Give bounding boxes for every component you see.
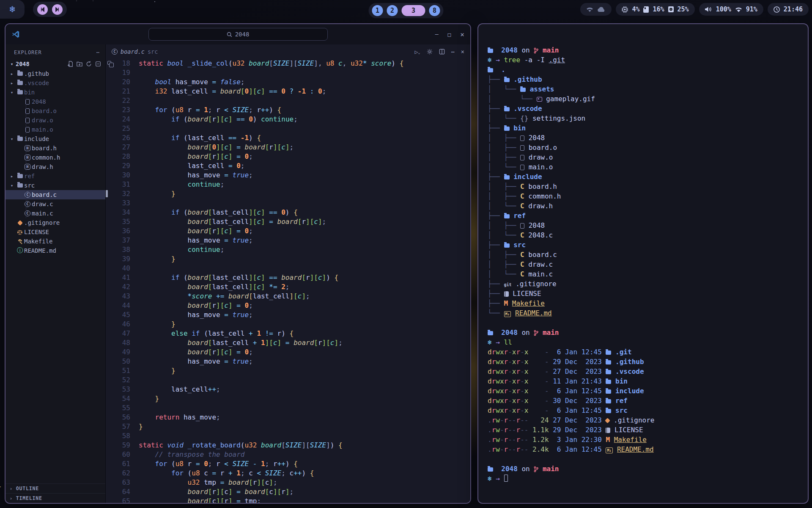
vscode-titlebar[interactable]: ← → 2048 ─ □ × <box>5 24 470 44</box>
code-line-33[interactable]: 33 <box>106 199 470 208</box>
code-line-63[interactable]: 63 u32 tmp = board[r][c]; <box>106 478 470 487</box>
code-line-55[interactable]: 55 <box>106 403 470 413</box>
sidebar-item-board.h[interactable]: Hboard.h <box>5 144 105 153</box>
code-line-23[interactable]: 23 for (u8 r = 1; r < SIZE; r++) { <box>106 105 470 115</box>
refresh-button[interactable] <box>86 61 92 67</box>
workspace-3[interactable]: 3 <box>402 5 425 16</box>
code-line-64[interactable]: 64 board[r][c] = board[c][r]; <box>106 487 470 497</box>
sidebar-item-common.h[interactable]: Hcommon.h <box>5 153 105 162</box>
sidebar-item-LICENSE[interactable]: LICENSE <box>5 227 105 237</box>
code-line-27[interactable]: 27 board[0][c] = board[r][c]; <box>106 143 470 152</box>
sidebar-item-2048[interactable]: 2048 <box>5 97 105 106</box>
code-line-62[interactable]: 62 for (u8 c = r + 1; c < SIZE; c++) { <box>106 469 470 478</box>
code-line-30[interactable]: 30 has_move = true; <box>106 171 470 180</box>
collapse-all-button[interactable] <box>95 61 101 67</box>
code-line-59[interactable]: 59static void _rotate_board(u32 board[SI… <box>106 441 470 450</box>
code-area[interactable]: 18static bool _slide_col(u32 board[SIZE]… <box>106 59 470 503</box>
clock-widget[interactable]: 21:46 <box>768 3 809 16</box>
code-line-34[interactable]: 34 if (board[last_cell][c] == 0) { <box>106 208 470 217</box>
code-line-57[interactable]: 57} <box>106 422 470 431</box>
code-line-61[interactable]: 61 for (u8 r = 0; r < SIZE - 1; r++) { <box>106 459 470 469</box>
code-line-54[interactable]: 54 } <box>106 394 470 403</box>
code-line-47[interactable]: 47 else if (last_cell + 1 != r) { <box>106 329 470 338</box>
code-line-26[interactable]: 26 if (last_cell == -1) { <box>106 133 470 143</box>
code-line-28[interactable]: 28 board[r][c] = 0; <box>106 152 470 161</box>
code-line-43[interactable]: 43 *score += board[last_cell][c]; <box>106 292 470 301</box>
sidebar-item-draw.o[interactable]: draw.o <box>5 116 105 125</box>
code-line-65[interactable]: 65 board[c][r] = tmp; <box>106 497 470 503</box>
sidebar-item-.github[interactable]: ▸.github <box>5 69 105 78</box>
code-line-41[interactable]: 41 if (board[last_cell][c] == board[r][c… <box>106 273 470 282</box>
sidebar-item-draw.h[interactable]: Hdraw.h <box>5 162 105 171</box>
code-line-29[interactable]: 29 last_cell = 0; <box>106 161 470 171</box>
sidebar-item-board.c[interactable]: Cboard.c <box>5 190 105 199</box>
workspace-8[interactable]: 8 <box>429 5 440 16</box>
code-line-45[interactable]: 45 has_move = true; <box>106 310 470 320</box>
run-file-button[interactable]: ▷⌄ <box>414 49 420 55</box>
media-next-button[interactable] <box>52 4 63 15</box>
timeline-panel[interactable]: ›TIMELINE <box>5 493 105 503</box>
sidebar-item-board.o[interactable]: board.o <box>5 106 105 116</box>
code-line-36[interactable]: 36 board[r][c] = 0; <box>106 226 470 236</box>
maximize-button[interactable]: □ <box>448 31 451 38</box>
new-folder-button[interactable] <box>77 61 82 67</box>
more-actions-button[interactable]: ⋯ <box>451 48 455 55</box>
code-line-38[interactable]: 38 continue; <box>106 245 470 254</box>
command-center-search[interactable]: 2048 <box>148 28 328 41</box>
code-line-37[interactable]: 37 has_move = true; <box>106 236 470 245</box>
explorer-root-folder[interactable]: ▾ 2048 <box>5 59 105 69</box>
code-line-40[interactable]: 40 <box>106 264 470 273</box>
sidebar-item-ref[interactable]: ▸ref <box>5 171 105 181</box>
code-line-48[interactable]: 48 board[last_cell + 1][c] = board[r][c]… <box>106 338 470 348</box>
code-line-56[interactable]: 56 return has_move; <box>106 413 470 422</box>
code-line-35[interactable]: 35 board[last_cell][c] = board[r][c]; <box>106 217 470 226</box>
code-line-18[interactable]: 18static bool _slide_col(u32 board[SIZE]… <box>106 59 470 68</box>
audio-network[interactable]: 100% 91% <box>699 3 763 16</box>
code-line-31[interactable]: 31 continue; <box>106 180 470 189</box>
code-line-42[interactable]: 42 board[last_cell][c] *= 2; <box>106 282 470 292</box>
sidebar-item-README.md[interactable]: ⓘREADME.md <box>5 246 105 255</box>
sidebar-item-bin[interactable]: ▾bin <box>5 88 105 97</box>
outline-panel[interactable]: ›OUTLINE <box>5 483 105 493</box>
close-button[interactable]: × <box>460 30 464 39</box>
breadcrumb[interactable]: C board.c src ▷⌄ ⋯ × <box>106 44 470 59</box>
code-line-50[interactable]: 50 has_move = true; <box>106 357 470 366</box>
code-line-44[interactable]: 44 board[r][c] = 0; <box>106 301 470 310</box>
nixos-menu-button[interactable]: ❄ <box>0 0 25 19</box>
sidebar-item-src[interactable]: ▾src <box>5 181 105 190</box>
sidebar-item-main.c[interactable]: Cmain.c <box>5 209 105 218</box>
workspace-2[interactable]: 2 <box>387 5 398 16</box>
code-line-32[interactable]: 32 } <box>106 189 470 199</box>
code-line-46[interactable]: 46 } <box>106 320 470 329</box>
code-line-39[interactable]: 39 } <box>106 254 470 264</box>
code-line-24[interactable]: 24 if (board[r][c] == 0) continue; <box>106 115 470 124</box>
explorer-more-button[interactable]: ⋯ <box>96 50 99 55</box>
media-prev-button[interactable] <box>37 4 48 15</box>
sidebar-item-.gitignore[interactable]: .gitignore <box>5 218 105 227</box>
sidebar-item-include[interactable]: ▾include <box>5 134 105 144</box>
sidebar-item-.vscode[interactable]: ▸.vscode <box>5 78 105 88</box>
system-stats[interactable]: 4% 16% 25% <box>616 3 694 16</box>
code-line-19[interactable]: 19 <box>106 68 470 77</box>
code-line-49[interactable]: 49 board[r][c] = 0; <box>106 348 470 357</box>
workspace-1[interactable]: 1 <box>372 5 383 16</box>
code-line-53[interactable]: 53 last_cell++; <box>106 385 470 394</box>
settings-gear-icon[interactable] <box>427 49 433 55</box>
code-line-60[interactable]: 60 // transpose the board <box>106 450 470 459</box>
sidebar-item-main.o[interactable]: main.o <box>5 125 105 134</box>
sidebar-item-draw.c[interactable]: Cdraw.c <box>5 199 105 209</box>
close-editor-button[interactable]: × <box>461 48 464 55</box>
code-line-51[interactable]: 51 } <box>106 366 470 375</box>
weather-widget[interactable] <box>580 3 612 16</box>
split-editor-button[interactable] <box>439 49 445 55</box>
minimize-button[interactable]: ─ <box>435 31 439 38</box>
code-line-58[interactable]: 58 <box>106 431 470 441</box>
code-line-22[interactable]: 22 <box>106 96 470 105</box>
code-line-20[interactable]: 20 bool has_move = false; <box>106 77 470 87</box>
new-file-button[interactable] <box>67 61 73 67</box>
code-line-21[interactable]: 21 i32 last_cell = board[0][c] == 0 ? -1… <box>106 87 470 96</box>
code-line-25[interactable]: 25 <box>106 124 470 133</box>
terminal-window[interactable]: 2048 on main❄ → tree -a -I .git .├── .gi… <box>477 23 809 504</box>
code-line-52[interactable]: 52 <box>106 375 470 385</box>
sidebar-item-Makefile[interactable]: Makefile <box>5 237 105 246</box>
